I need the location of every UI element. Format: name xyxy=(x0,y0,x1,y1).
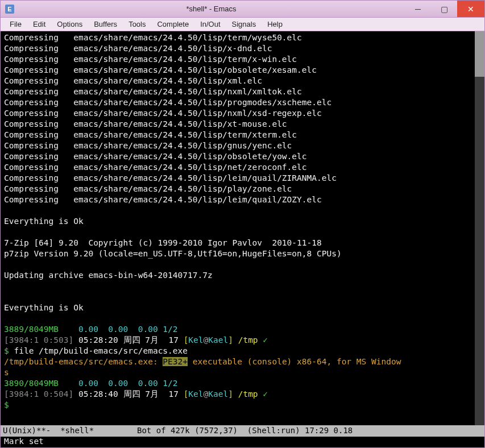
terminal-wrap: Compressing emacs/share/emacs/24.4.50/li… xyxy=(1,31,484,425)
shell-buffer[interactable]: Compressing emacs/share/emacs/24.4.50/li… xyxy=(1,31,475,425)
emacs-icon: E xyxy=(5,5,14,14)
menu-tools[interactable]: Tools xyxy=(123,19,151,30)
menubar: File Edit Options Buffers Tools Complete… xyxy=(1,18,484,31)
menu-options[interactable]: Options xyxy=(51,19,88,30)
titlebar[interactable]: E *shell* - Emacs ─ ▢ ✕ xyxy=(1,1,484,18)
menu-inout[interactable]: In/Out xyxy=(194,19,226,30)
modeline[interactable]: U(Unix)**- *shell* Bot of 427k (7572,37)… xyxy=(1,425,484,437)
echo-area: Mark set xyxy=(1,437,484,447)
window-title: *shell* - Emacs xyxy=(18,5,405,13)
scrollbar[interactable] xyxy=(475,31,484,425)
window-controls: ─ ▢ ✕ xyxy=(405,1,484,17)
emacs-window: E *shell* - Emacs ─ ▢ ✕ File Edit Option… xyxy=(0,0,485,448)
minimize-button[interactable]: ─ xyxy=(405,1,431,17)
menu-help[interactable]: Help xyxy=(262,19,288,30)
menu-edit[interactable]: Edit xyxy=(27,19,51,30)
close-button[interactable]: ✕ xyxy=(457,1,484,17)
menu-signals[interactable]: Signals xyxy=(226,19,262,30)
menu-complete[interactable]: Complete xyxy=(151,19,194,30)
scroll-thumb[interactable] xyxy=(475,31,484,77)
maximize-button[interactable]: ▢ xyxy=(431,1,457,17)
menu-file[interactable]: File xyxy=(4,19,27,30)
menu-buffers[interactable]: Buffers xyxy=(88,19,123,30)
